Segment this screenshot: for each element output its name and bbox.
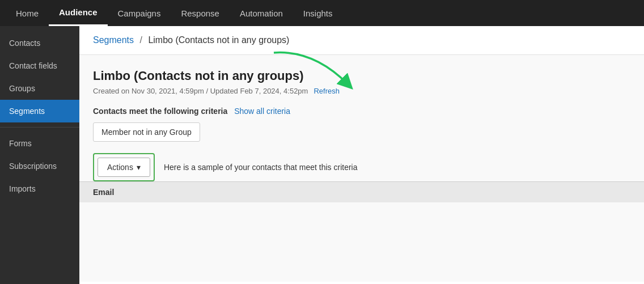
sidebar-item-contacts[interactable]: Contacts: [0, 32, 79, 54]
actions-dropdown-icon: ▾: [137, 163, 141, 172]
breadcrumb-current: Limbo (Contacts not in any groups): [148, 35, 289, 45]
nav-automation[interactable]: Automation: [230, 0, 293, 26]
actions-button-wrapper: Actions ▾: [93, 153, 155, 181]
criteria-tag: Member not in any Group: [93, 122, 200, 142]
actions-area: Actions ▾ Here is a sample of your conta…: [93, 153, 630, 181]
nav-insights[interactable]: Insights: [293, 0, 343, 26]
table-header-row: Email: [79, 181, 644, 202]
segment-meta: Created on Nov 30, 2021, 4:59pm / Update…: [93, 87, 630, 95]
refresh-link[interactable]: Refresh: [313, 87, 340, 95]
email-column-header: Email: [93, 188, 206, 197]
sample-contacts-text: Here is a sample of your contacts that m…: [164, 163, 358, 172]
top-navigation: Home Audience Campaigns Response Automat…: [0, 0, 644, 26]
show-all-criteria-link[interactable]: Show all criteria: [234, 107, 290, 116]
arrow-annotation-container: Refresh: [313, 87, 340, 95]
nav-campaigns[interactable]: Campaigns: [108, 0, 171, 26]
breadcrumb-segments-link[interactable]: Segments: [93, 35, 134, 45]
main-layout: Contacts Contact fields Groups Segments …: [0, 26, 644, 284]
actions-button-label: Actions: [107, 163, 133, 172]
breadcrumb-separator: /: [140, 35, 142, 45]
actions-button[interactable]: Actions ▾: [98, 158, 150, 177]
content-area: Limbo (Contacts not in any groups) Creat…: [79, 55, 644, 282]
sidebar: Contacts Contact fields Groups Segments …: [0, 26, 79, 284]
segment-title: Limbo (Contacts not in any groups): [93, 69, 630, 83]
nav-home[interactable]: Home: [6, 0, 49, 26]
nav-audience[interactable]: Audience: [49, 0, 108, 26]
sidebar-item-forms[interactable]: Forms: [0, 132, 79, 155]
breadcrumb-bar: Segments / Limbo (Contacts not in any gr…: [79, 26, 644, 55]
main-content: Segments / Limbo (Contacts not in any gr…: [79, 26, 644, 284]
segment-meta-text: Created on Nov 30, 2021, 4:59pm / Update…: [93, 87, 308, 95]
sidebar-item-subscriptions[interactable]: Subscriptions: [0, 155, 79, 177]
sidebar-item-groups[interactable]: Groups: [0, 77, 79, 100]
criteria-section: Contacts meet the following criteria Sho…: [93, 107, 630, 116]
sidebar-item-segments[interactable]: Segments: [0, 100, 79, 122]
criteria-label: Contacts meet the following criteria: [93, 107, 227, 116]
sidebar-item-contact-fields[interactable]: Contact fields: [0, 54, 79, 77]
nav-response[interactable]: Response: [171, 0, 230, 26]
sidebar-divider: [0, 127, 79, 128]
breadcrumb: Segments / Limbo (Contacts not in any gr…: [93, 35, 630, 45]
sidebar-item-imports[interactable]: Imports: [0, 177, 79, 200]
